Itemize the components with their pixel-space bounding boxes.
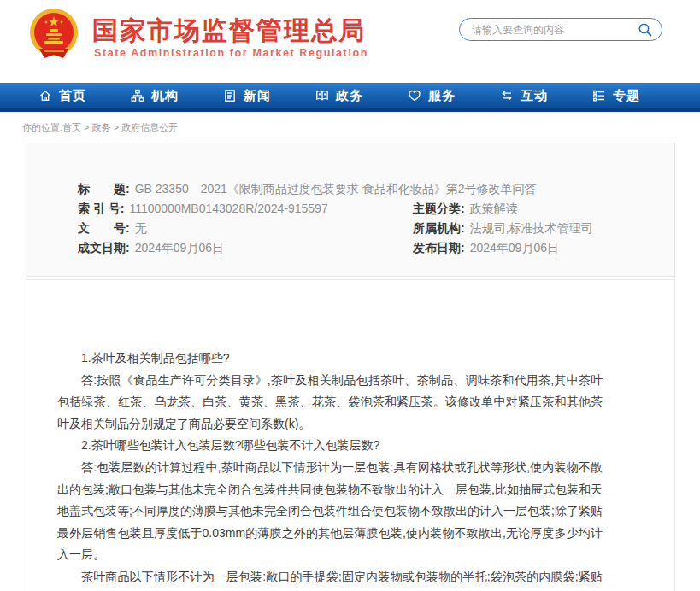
meta-written-date-label: 成文日期:	[78, 242, 130, 254]
meta-row-title: 标 题: GB 23350—2021《限制商品过度包装要求 食品和化妆品》第2号…	[78, 183, 657, 195]
main-content: 标 题: GB 23350—2021《限制商品过度包装要求 食品和化妆品》第2号…	[26, 143, 675, 591]
article-paragraph: 答:按照《食品生产许可分类目录》,茶叶及相关制品包括茶叶、茶制品、调味茶和代用茶…	[57, 370, 603, 436]
meta-title-label: 标 题:	[78, 183, 130, 195]
meta-row-index: 索 引 号: 11100000MB0143028R/2024-915597 主题…	[78, 202, 657, 214]
site-header: 国家市场监督管理总局 State Administration for Mark…	[0, 0, 700, 83]
article-paragraph: 答:包装层数的计算过程中,茶叶商品以下情形计为一层包装:具有网格状或孔状等形状,…	[57, 457, 603, 566]
meta-index-label: 索 引 号:	[78, 202, 124, 214]
meta-publish-date-label: 发布日期:	[413, 242, 465, 254]
interact-arrows-icon	[500, 89, 514, 102]
org-title-cn: 国家市场监督管理总局	[92, 14, 366, 49]
nav-label: 服务	[428, 88, 456, 104]
article-paragraph: 1.茶叶及相关制品包括哪些?	[57, 348, 603, 370]
article-body: 1.茶叶及相关制品包括哪些? 答:按照《食品生产许可分类目录》,茶叶及相关制品包…	[26, 279, 675, 591]
meta-agency-value: 法规司,标准技术管理司	[470, 222, 593, 234]
nav-label: 政务	[336, 88, 363, 104]
meta-row-docno: 文 号: 无 所属机构: 法规司,标准技术管理司	[78, 222, 657, 234]
org-chart-icon	[131, 89, 144, 102]
search-icon[interactable]	[638, 22, 653, 38]
main-nav: 首页 机构 新闻 政务 服务	[0, 83, 700, 112]
site-search	[459, 18, 662, 41]
nav-label: 专题	[613, 88, 640, 104]
nav-label: 互动	[521, 88, 548, 104]
meta-category-value: 政策解读	[470, 202, 518, 214]
nav-item-service[interactable]: 服务	[408, 88, 456, 104]
meta-category-label: 主题分类:	[413, 202, 465, 214]
article-paragraph: 茶叶商品以下情形不计为一层包装:敞口的手提袋;固定内装物或包装物的半托;袋泡茶的…	[57, 566, 603, 591]
nav-item-home[interactable]: 首页	[38, 88, 86, 104]
meta-title-value: GB 23350—2021《限制商品过度包装要求 食品和化妆品》第2号修改单问答	[135, 183, 537, 195]
meta-publish-date-value: 2024年09月06日	[470, 242, 559, 254]
gov-affairs-icon	[315, 89, 329, 102]
meta-written-date-value: 2024年09月06日	[135, 242, 224, 254]
meta-index-value: 11100000MB0143028R/2024-915597	[129, 202, 327, 214]
service-heart-icon	[408, 89, 421, 102]
article-paragraph: 2.茶叶哪些包装计入包装层数?哪些包装不计入包装层数?	[57, 435, 603, 457]
nav-label: 新闻	[244, 88, 271, 104]
breadcrumb[interactable]: 你的位置:首页 > 政务 > 政府信息公开	[0, 112, 700, 143]
nav-item-interact[interactable]: 互动	[500, 88, 548, 104]
nav-item-news[interactable]: 新闻	[223, 88, 271, 104]
meta-row-dates: 成文日期: 2024年09月06日 发布日期: 2024年09月06日	[78, 242, 657, 254]
meta-agency-label: 所属机构:	[413, 222, 465, 234]
nav-label: 机构	[151, 88, 179, 104]
document-meta-box: 标 题: GB 23350—2021《限制商品过度包装要求 食品和化妆品》第2号…	[26, 143, 675, 277]
national-emblem-logo	[26, 7, 81, 63]
home-icon	[38, 89, 52, 102]
nav-item-org[interactable]: 机构	[131, 88, 179, 104]
meta-docno-label: 文 号:	[78, 222, 130, 234]
org-title-en: State Administration for Market Regulati…	[94, 47, 368, 59]
nav-label: 首页	[59, 88, 86, 104]
nav-item-topics[interactable]: 专题	[592, 88, 640, 104]
news-icon	[223, 89, 237, 102]
topics-list-icon	[592, 89, 606, 102]
meta-docno-value: 无	[135, 222, 147, 234]
search-input[interactable]	[472, 24, 638, 36]
nav-item-gov[interactable]: 政务	[315, 88, 363, 104]
